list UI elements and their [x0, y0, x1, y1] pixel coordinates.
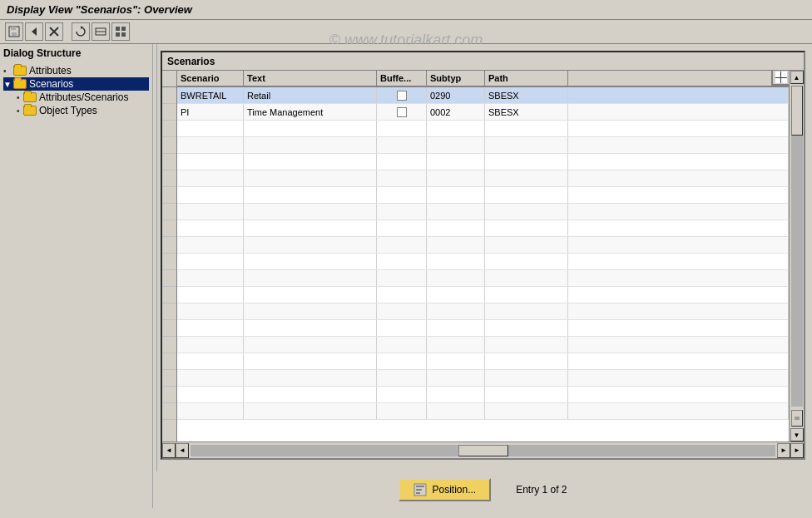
position-label: Position... — [432, 484, 476, 496]
row-num — [162, 121, 176, 137]
grid-icon — [775, 72, 787, 83]
refresh-button[interactable] — [72, 22, 90, 41]
scroll-down-button[interactable]: ▼ — [790, 428, 804, 442]
row-num-header — [162, 71, 176, 87]
cell-subtyp: 0002 — [427, 104, 485, 120]
scenarios-container: Scenarios — [161, 51, 805, 460]
position-icon — [413, 483, 427, 496]
vertical-scrollbar: ▲ ▼ — [789, 71, 804, 442]
row-num — [162, 270, 176, 287]
table-row[interactable]: BWRETAIL Retail 0290 — [177, 87, 789, 104]
row-num — [162, 187, 176, 204]
svg-rect-11 — [116, 32, 120, 37]
cell-text: Time Management — [244, 104, 377, 120]
toggle2-button[interactable] — [111, 22, 130, 41]
row-num — [162, 353, 176, 370]
main-layout: Dialog Structure • Attributes ▼ Scenario… — [0, 44, 812, 508]
sidebar-item-label: Object Types — [39, 105, 97, 116]
cell-subtyp: 0290 — [427, 87, 485, 103]
position-button[interactable]: Position... — [399, 478, 491, 501]
horiz-scroll-thumb[interactable] — [458, 445, 508, 456]
scroll-left-button[interactable]: ◄ — [162, 443, 176, 458]
sidebar-item-object-types[interactable]: • Object Types — [3, 104, 149, 117]
folder-icon-attributes — [13, 66, 27, 76]
table-row-empty — [177, 403, 789, 420]
sidebar-item-label: Attributes/Scenarios — [39, 91, 128, 103]
tree-expand-arrow: ▼ — [3, 80, 13, 89]
cell-path: SBESX — [485, 104, 568, 120]
cell-scenario: BWRETAIL — [177, 87, 244, 103]
col-header-scenario: Scenario — [177, 71, 244, 86]
col-header-rest — [568, 71, 772, 86]
sidebar-item-label: Attributes — [29, 65, 72, 76]
tree-bullet-child2: • — [17, 106, 23, 116]
bottom-bar: Position... Entry 1 of 2 — [154, 471, 812, 508]
svg-marker-3 — [32, 27, 37, 36]
col-header-path: Path — [485, 71, 568, 86]
table-row-empty — [177, 237, 789, 254]
cell-scenario: PI — [177, 104, 244, 120]
row-num — [162, 403, 176, 420]
cell-text: Retail — [244, 87, 377, 103]
toolbar — [0, 20, 812, 44]
table-body: BWRETAIL Retail 0290 — [177, 87, 789, 442]
row-num — [162, 254, 176, 270]
buffe-checkbox[interactable] — [397, 107, 407, 117]
folder-icon-scenarios — [13, 79, 27, 89]
sidebar-item-attributes-scenarios[interactable]: • Attributes/Scenarios — [3, 91, 149, 104]
exit-button[interactable] — [45, 22, 63, 41]
table-row-empty — [177, 220, 789, 237]
tree-bullet: • — [3, 67, 13, 76]
scroll-track[interactable] — [791, 86, 803, 407]
title-bar: Display View "Scenarios": Overview — [0, 0, 812, 20]
table-row-empty — [177, 320, 789, 337]
table-row-empty — [177, 187, 789, 204]
horiz-scroll-track[interactable] — [191, 445, 775, 456]
resize-handle[interactable] — [152, 44, 157, 508]
horiz-right-arrows: ► ► — [777, 443, 804, 458]
right-panel: Scenarios — [154, 44, 812, 508]
sidebar-item-scenarios[interactable]: ▼ Scenarios — [3, 77, 149, 91]
toggle1-button[interactable] — [92, 22, 110, 41]
row-num — [162, 337, 176, 353]
scroll-right-button2[interactable]: ► — [790, 443, 804, 458]
scroll-left-button2[interactable]: ◄ — [176, 443, 189, 458]
table-area: Scenario Text Buffe... Subtyp Path — [177, 71, 789, 442]
row-num — [162, 237, 176, 254]
cell-buffe — [377, 87, 427, 103]
table-row-empty — [177, 254, 789, 270]
cell-path: SBESX — [485, 87, 568, 103]
column-header-row: Scenario Text Buffe... Subtyp Path — [177, 71, 789, 87]
table-row-empty — [177, 387, 789, 403]
table-row-empty — [177, 170, 789, 187]
table-row[interactable]: PI Time Management 0002 — [177, 104, 789, 121]
save-button[interactable] — [5, 22, 23, 41]
grid-icon-container[interactable] — [772, 71, 789, 86]
row-num — [162, 137, 176, 154]
table-row-empty — [177, 154, 789, 170]
svg-rect-1 — [11, 27, 16, 30]
row-numbers — [162, 71, 177, 442]
row-num — [162, 287, 176, 303]
back-button[interactable] — [25, 22, 43, 41]
row-num — [162, 87, 176, 104]
sidebar-item-attributes[interactable]: • Attributes — [3, 64, 149, 77]
cell-rest — [568, 87, 789, 103]
scenarios-section-title: Scenarios — [167, 56, 215, 67]
folder-icon-object-types — [23, 106, 37, 116]
table-row-empty — [177, 370, 789, 387]
table-row-empty — [177, 303, 789, 320]
scroll-resize-handle[interactable] — [791, 410, 803, 427]
scroll-up-button[interactable]: ▲ — [790, 71, 804, 84]
scroll-thumb[interactable] — [791, 86, 803, 136]
scroll-right-button[interactable]: ► — [777, 443, 790, 458]
col-header-buffe: Buffe... — [377, 71, 427, 86]
col-header-subtyp: Subtyp — [427, 71, 485, 86]
svg-rect-18 — [416, 492, 420, 494]
buffe-checkbox[interactable] — [397, 91, 407, 101]
cell-rest — [568, 104, 789, 120]
folder-icon-attr-scen — [23, 92, 37, 102]
row-num — [162, 104, 176, 121]
row-num — [162, 170, 176, 187]
col-header-text: Text — [244, 71, 377, 86]
